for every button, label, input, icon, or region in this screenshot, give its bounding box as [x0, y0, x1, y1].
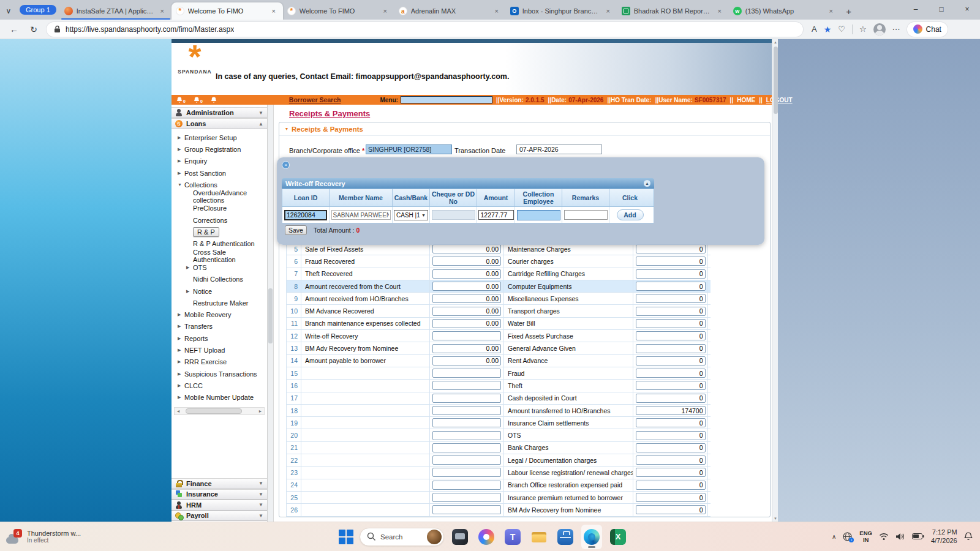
- sidebar-section-header[interactable]: Loans ▲: [172, 118, 267, 129]
- taskbar-app-button[interactable]: [450, 525, 470, 549]
- receipt-amount-input[interactable]: [432, 356, 501, 365]
- sidebar-horizontal-scrollbar[interactable]: ◄ ►: [174, 407, 265, 415]
- tab-close-icon[interactable]: ×: [492, 6, 502, 16]
- favorite-star-icon[interactable]: ★: [824, 24, 832, 34]
- amount-input[interactable]: [478, 210, 514, 220]
- sidebar-item[interactable]: Suspicious Transactions: [172, 368, 267, 380]
- sidebar-item[interactable]: Cross Sale Authentication: [172, 250, 267, 261]
- payment-amount-input[interactable]: [636, 307, 706, 316]
- payment-amount-input[interactable]: [636, 257, 706, 266]
- branch-office-input[interactable]: [366, 144, 452, 154]
- sidebar-item[interactable]: OTS: [172, 261, 267, 273]
- logout-link[interactable]: LOGOUT: [766, 97, 793, 103]
- tab-close-icon[interactable]: ×: [715, 6, 725, 16]
- taskbar-app-button[interactable]: [608, 525, 628, 549]
- tab-close-icon[interactable]: ×: [826, 6, 836, 16]
- bell-icon[interactable]: [176, 97, 183, 103]
- receipt-amount-input[interactable]: [432, 269, 501, 279]
- sidebar-item[interactable]: Corrections: [172, 214, 267, 226]
- tab-group-label[interactable]: Group 1: [20, 5, 56, 15]
- scroll-right-icon[interactable]: ►: [257, 409, 264, 413]
- payment-amount-input[interactable]: [636, 406, 706, 415]
- scrollbar-thumb[interactable]: [186, 408, 242, 414]
- sidebar-section-header[interactable]: HRM ▼: [172, 500, 267, 511]
- receipt-amount-input[interactable]: [432, 369, 501, 378]
- receipt-amount-input[interactable]: [432, 431, 501, 440]
- new-tab-button[interactable]: +: [840, 2, 858, 20]
- taskbar-app-button[interactable]: [529, 525, 549, 549]
- add-button[interactable]: Add: [617, 209, 644, 220]
- sidebar-item[interactable]: R & P: [172, 226, 267, 238]
- receipt-amount-input[interactable]: [432, 294, 501, 303]
- volume-icon[interactable]: [895, 533, 905, 541]
- sidebar-item[interactable]: Transfers: [172, 321, 267, 332]
- sidebar-item[interactable]: Group Registration: [172, 143, 267, 155]
- payment-amount-input[interactable]: [636, 431, 706, 440]
- sidebar-item[interactable]: Enquiry: [172, 156, 267, 167]
- loan-id-input[interactable]: [284, 210, 327, 220]
- payment-amount-input[interactable]: [636, 443, 706, 452]
- tab-close-icon[interactable]: ×: [269, 6, 279, 16]
- payment-amount-input[interactable]: [636, 418, 706, 427]
- refresh-button[interactable]: ↻: [27, 24, 40, 34]
- scroll-up-icon[interactable]: ▲: [772, 39, 778, 45]
- browser-essentials-icon[interactable]: ♡: [838, 24, 845, 34]
- window-minimize-button[interactable]: –: [903, 0, 929, 18]
- taskbar-app-button[interactable]: [555, 525, 576, 549]
- save-button[interactable]: Save: [285, 225, 307, 235]
- payment-amount-input[interactable]: [636, 394, 706, 403]
- browser-tab[interactable]: O Inbox - Singhpur Branch - Outlo ×: [506, 2, 617, 20]
- start-button[interactable]: [338, 529, 354, 545]
- sidebar-item[interactable]: Nidhi Collections: [172, 274, 267, 285]
- taskbar-app-button[interactable]: [581, 525, 602, 549]
- tab-search-chevron-icon[interactable]: ∨: [0, 2, 17, 20]
- transaction-date-input[interactable]: [516, 144, 602, 154]
- collection-employee-input[interactable]: [517, 210, 560, 220]
- receipt-amount-input[interactable]: [432, 418, 501, 427]
- payment-amount-input[interactable]: [636, 244, 706, 253]
- sidebar-vertical-scrollbar[interactable]: [268, 105, 274, 522]
- sidebar-section-header[interactable]: Administration ▼: [172, 107, 267, 118]
- browser-tab[interactable]: Bhadrak RO BM Reporting - Go ×: [617, 2, 729, 20]
- copilot-chat-button[interactable]: Chat: [907, 22, 948, 37]
- payment-amount-input[interactable]: [636, 481, 706, 490]
- network-globe-icon[interactable]: i: [843, 532, 853, 542]
- sidebar-item[interactable]: NEFT Upload: [172, 344, 267, 356]
- receipt-amount-input[interactable]: [432, 443, 501, 452]
- language-indicator[interactable]: ENG IN: [859, 530, 872, 544]
- sidebar-item[interactable]: Mobile Number Update: [172, 392, 267, 403]
- profile-avatar[interactable]: [873, 23, 886, 36]
- payment-amount-input[interactable]: [636, 493, 706, 502]
- receipt-amount-input[interactable]: [432, 505, 501, 514]
- payment-amount-input[interactable]: [636, 468, 706, 477]
- wifi-icon[interactable]: [879, 533, 889, 541]
- window-restore-button[interactable]: □: [929, 0, 954, 18]
- taskbar-clock[interactable]: 7:12 PM 4/7/2026: [931, 528, 957, 545]
- browser-tab[interactable]: * Welcome To FIMO ×: [172, 2, 283, 20]
- receipt-amount-input[interactable]: [432, 394, 501, 403]
- settings-ellipsis-icon[interactable]: ⋯: [892, 24, 900, 34]
- payment-amount-input[interactable]: [636, 356, 706, 365]
- sidebar-item[interactable]: PreClosure: [172, 203, 267, 214]
- sidebar-item[interactable]: Post Sanction: [172, 167, 267, 179]
- sidebar-section-header[interactable]: Finance ▼: [172, 478, 267, 489]
- sidebar-item[interactable]: CLCC: [172, 380, 267, 391]
- taskbar-search-box[interactable]: Search: [360, 528, 444, 546]
- cash-bank-select[interactable]: CASH |1▼: [394, 210, 428, 220]
- receipt-amount-input[interactable]: [432, 406, 501, 415]
- payment-amount-input[interactable]: [636, 344, 706, 353]
- browser-tab[interactable]: a Adrenalin MAX ×: [394, 2, 506, 20]
- sidebar-item[interactable]: Reports: [172, 332, 267, 344]
- bell-icon[interactable]: [194, 97, 200, 103]
- taskbar-app-button[interactable]: [502, 525, 523, 549]
- sidebar-item[interactable]: Mobile Reovery: [172, 309, 267, 320]
- tab-close-icon[interactable]: ×: [157, 6, 167, 16]
- receipt-amount-input[interactable]: [432, 257, 501, 266]
- sidebar-section-header[interactable]: Payroll ▼: [172, 511, 267, 522]
- address-bar[interactable]: https://live.spandanasphoorty.com/fimo/M…: [47, 22, 803, 37]
- taskbar-weather-widget[interactable]: 4 Thunderstorm w... In effect: [6, 522, 81, 551]
- payment-amount-input[interactable]: [636, 269, 706, 279]
- sidebar-item[interactable]: RRR Exercise: [172, 356, 267, 368]
- page-scrollbar[interactable]: ▲ ▼: [772, 39, 778, 522]
- sidebar-item[interactable]: Enterpriser Setup: [172, 132, 267, 143]
